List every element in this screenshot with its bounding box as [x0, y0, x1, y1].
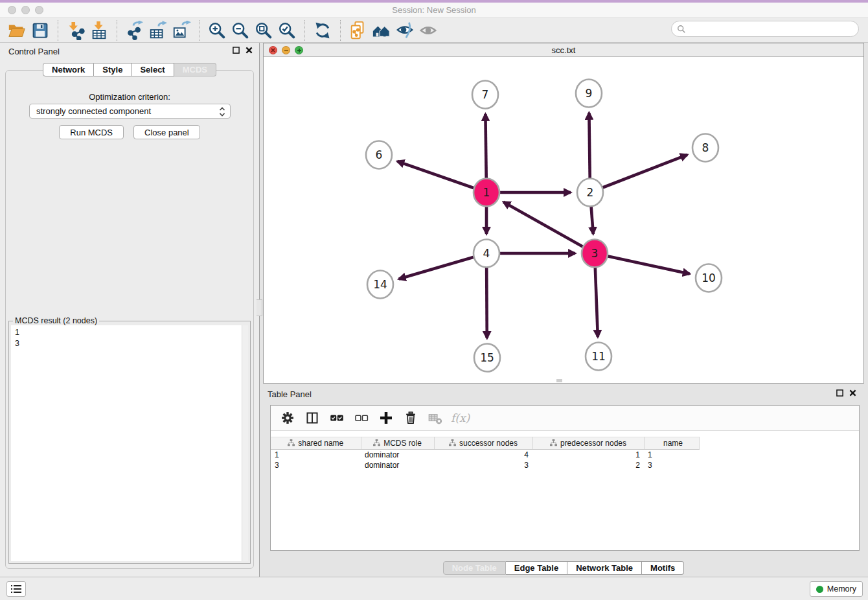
table-cell[interactable]: dominator [361, 450, 434, 460]
column-header-MCDS-role[interactable]: MCDS role [361, 437, 434, 450]
import-network-icon[interactable] [64, 19, 87, 41]
table-cell[interactable]: 2 [532, 460, 644, 470]
export-table-icon[interactable] [146, 19, 170, 41]
close-table-panel-icon[interactable] [849, 389, 856, 397]
graph-edge-1-6[interactable] [397, 161, 486, 192]
canvas-scrollbar-thumb[interactable] [556, 379, 562, 382]
panel-splitter-handle[interactable] [257, 299, 262, 316]
export-image-icon[interactable] [170, 19, 193, 41]
mcds-result-box[interactable]: 1 3 [11, 325, 248, 561]
memory-label: Memory [827, 584, 856, 594]
column-header-predecessor-nodes[interactable]: predecessor nodes [532, 437, 644, 450]
open-session-icon[interactable] [5, 19, 29, 41]
table-row[interactable]: 3dominator323 [271, 460, 699, 470]
graph-node-4[interactable]: 4 [474, 240, 499, 268]
svg-text:8: 8 [702, 141, 709, 154]
clone-network-icon[interactable] [347, 19, 370, 41]
graph-node-14[interactable]: 14 [367, 271, 393, 299]
graph-node-7[interactable]: 7 [472, 81, 498, 109]
graph-node-1[interactable]: 1 [474, 179, 499, 207]
tab-edge-table[interactable]: Edge Table [506, 561, 567, 575]
network-canvas[interactable]: 1234678910111415 [264, 57, 863, 383]
table-cell[interactable]: 4 [434, 450, 532, 460]
select-all-icon[interactable] [326, 408, 347, 428]
mcds-result-group: MCDS result (2 nodes) 1 3 [8, 321, 251, 564]
tab-motifs[interactable]: Motifs [642, 561, 684, 575]
table-cell[interactable]: 1 [644, 450, 699, 460]
svg-text:14: 14 [373, 278, 387, 291]
svg-text:4: 4 [483, 247, 490, 260]
hide-selected-icon[interactable] [393, 19, 417, 41]
attribute-tree-icon [550, 439, 557, 446]
svg-text:7: 7 [482, 88, 489, 101]
run-mcds-button[interactable]: Run MCDS [59, 125, 124, 139]
column-header-successor-nodes[interactable]: successor nodes [434, 437, 532, 450]
table-cell[interactable]: 1 [271, 450, 361, 460]
app-titlebar: Session: New Session [0, 3, 868, 18]
graph-node-9[interactable]: 9 [576, 80, 602, 108]
graph-node-10[interactable]: 10 [696, 264, 722, 292]
close-panel-icon[interactable] [246, 47, 253, 54]
memory-status-icon [816, 586, 823, 593]
graph-node-15[interactable]: 15 [474, 344, 500, 372]
close-panel-button[interactable]: Close panel [133, 125, 200, 139]
zoom-out-icon[interactable] [229, 19, 252, 41]
svg-text:1: 1 [483, 186, 490, 199]
table-panel-tabs: Node TableEdge TableNetwork TableMotifs [263, 561, 864, 575]
tab-node-table[interactable]: Node Table [443, 561, 506, 575]
add-column-icon[interactable] [376, 408, 396, 428]
optimization-criterion-dropdown[interactable]: strongly connected component [29, 104, 231, 119]
zoom-in-icon[interactable] [205, 19, 229, 41]
zoom-fit-icon[interactable] [252, 19, 275, 41]
zoom-selected-icon[interactable] [275, 19, 299, 41]
settings-gear-icon[interactable] [277, 408, 298, 428]
optimization-criterion-value: strongly connected component [36, 106, 151, 116]
graph-edge-3-1[interactable] [503, 202, 595, 253]
function-builder-icon: f(x) [451, 411, 470, 424]
node-table-container: f(x) shared nameMCDS rolesuccessor nodes… [270, 405, 860, 551]
result-scrollbar[interactable] [242, 325, 248, 561]
table-panel: Table Panel [263, 386, 864, 577]
network-title: scc.txt [264, 45, 863, 55]
refresh-view-icon[interactable] [311, 19, 334, 41]
tab-style[interactable]: Style [94, 63, 131, 76]
memory-button[interactable]: Memory [810, 581, 863, 597]
split-panel-icon[interactable] [302, 408, 323, 428]
column-header-name[interactable]: name [644, 437, 699, 450]
save-session-icon[interactable] [29, 19, 52, 41]
search-input[interactable] [689, 25, 853, 34]
table-panel-title: Table Panel [268, 389, 312, 399]
table-cell[interactable]: 3 [434, 460, 532, 470]
graph-node-8[interactable]: 8 [692, 134, 718, 162]
svg-text:11: 11 [591, 350, 606, 363]
deselect-all-icon[interactable] [351, 408, 372, 428]
table-toolbar: f(x) [271, 406, 859, 431]
graph-node-2[interactable]: 2 [577, 179, 603, 207]
tab-network-table[interactable]: Network Table [567, 561, 642, 575]
export-network-icon[interactable] [123, 19, 146, 41]
task-history-button[interactable] [6, 581, 26, 597]
column-header-shared-name[interactable]: shared name [271, 437, 361, 450]
table-cell[interactable]: 3 [644, 460, 699, 470]
float-table-panel-icon[interactable] [836, 389, 843, 397]
tab-select[interactable]: Select [131, 63, 174, 76]
graph-edge-2-8[interactable] [590, 155, 687, 192]
delete-column-icon[interactable] [400, 408, 421, 428]
graph-node-6[interactable]: 6 [366, 141, 392, 169]
delete-table-icon [425, 408, 446, 428]
float-panel-icon[interactable] [233, 47, 240, 54]
first-neighbors-icon[interactable] [370, 19, 393, 41]
network-window-titlebar[interactable]: scc.txt [264, 43, 863, 57]
table-cell[interactable]: dominator [361, 460, 434, 470]
table-cell[interactable]: 1 [532, 450, 644, 460]
graph-node-3[interactable]: 3 [582, 240, 608, 268]
graph-edge-3-10[interactable] [595, 253, 690, 274]
search-field[interactable] [671, 21, 859, 37]
tab-network[interactable]: Network [43, 63, 94, 76]
tab-mcds[interactable]: MCDS [174, 63, 216, 76]
table-row[interactable]: 1dominator411 [271, 450, 699, 460]
table-cell[interactable]: 3 [271, 460, 361, 470]
svg-text:10: 10 [702, 271, 716, 284]
import-table-icon[interactable] [87, 19, 111, 41]
graph-node-11[interactable]: 11 [586, 343, 611, 371]
